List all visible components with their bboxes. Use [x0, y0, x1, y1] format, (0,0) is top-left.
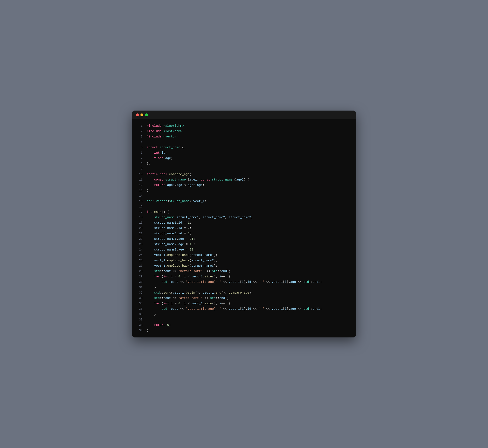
code-line: 20 struct_name2.id = 2; — [132, 226, 356, 231]
line-number: 3 — [136, 134, 143, 139]
code-line: 1 #include <algorithm> — [132, 123, 356, 129]
code-line: 16 — [132, 204, 356, 209]
code-line: 12 return age1.age < age2.age; — [132, 183, 356, 188]
code-content: const struct_name &age1, const struct_na… — [147, 177, 249, 182]
code-editor-window: 1 #include <algorithm> 2 #include <iostr… — [132, 111, 356, 337]
maximize-button[interactable] — [145, 113, 148, 116]
line-number: 39 — [136, 328, 143, 333]
line-number: 28 — [136, 269, 143, 273]
code-line: 3 #include <vector> — [132, 134, 356, 140]
code-content: struct_name3.id = 3; — [147, 231, 191, 236]
code-line: 35 std::cout << "vect_1.(id,age)= " << v… — [132, 306, 356, 312]
code-content: struct_name2.age = 18; — [147, 242, 195, 247]
line-number: 6 — [136, 151, 143, 155]
line-number: 26 — [136, 258, 143, 263]
line-number: 11 — [136, 177, 143, 182]
code-line: 2 #include <iostream> — [132, 129, 356, 134]
code-line: 6 int id; — [132, 150, 356, 156]
code-content: std::cout << "vect_1.(id,age)= " << vect… — [147, 280, 322, 285]
code-content: std::cout << "after sort!" << std::endl; — [147, 296, 229, 301]
line-number: 4 — [136, 140, 143, 144]
code-content — [147, 193, 148, 199]
code-content: for (int i = 0; i < vect_1.size(); i++) … — [147, 274, 230, 279]
code-content: std::sort(vect_1.begin(), vect_1.end(), … — [147, 290, 253, 296]
line-number: 32 — [136, 290, 143, 295]
code-line: 38 return 0; — [132, 322, 356, 328]
code-area[interactable]: 1 #include <algorithm> 2 #include <iostr… — [132, 119, 356, 337]
code-line: 18 struct_name struct_name1, struct_name… — [132, 215, 356, 220]
code-line: 29 for (int i = 0; i < vect_1.size(); i+… — [132, 274, 356, 280]
code-line: 5 struct struct_name { — [132, 145, 356, 150]
code-line: 9 — [132, 167, 356, 172]
code-content: float age; — [147, 156, 173, 161]
code-content: vect_1.emplace_back(struct_name1); — [147, 253, 218, 258]
line-number: 38 — [136, 323, 143, 327]
line-number: 17 — [136, 210, 143, 214]
code-line: 8 }; — [132, 161, 356, 167]
code-line: 39 } — [132, 328, 356, 333]
code-content: int main() { — [147, 210, 169, 215]
code-content: std::vector<struct_name> vect_1; — [147, 199, 206, 204]
code-content: struct_name struct_name1, struct_name2, … — [147, 215, 253, 220]
code-line: 13 } — [132, 188, 356, 193]
code-line: 11 const struct_name &age1, const struct… — [132, 177, 356, 183]
line-number: 10 — [136, 172, 143, 176]
code-content: #include <algorithm> — [147, 124, 184, 128]
code-line: 36 } — [132, 312, 356, 317]
line-number: 9 — [136, 167, 143, 171]
code-content: } — [147, 312, 156, 317]
code-content: #include <vector> — [147, 134, 178, 139]
line-number: 21 — [136, 231, 143, 236]
code-line: 21 struct_name3.id = 3; — [132, 231, 356, 236]
code-line: 24 struct_name3.age = 23; — [132, 247, 356, 253]
line-number: 20 — [136, 226, 143, 230]
code-content: static bool compare_age( — [147, 172, 191, 177]
code-content: std::cout << "vect_1.(id,age)= " << vect… — [147, 307, 322, 312]
code-content — [147, 204, 148, 209]
line-number: 23 — [136, 242, 143, 247]
code-line: 17 int main() { — [132, 209, 356, 215]
line-number: 37 — [136, 317, 143, 322]
line-number: 31 — [136, 285, 143, 290]
line-number: 30 — [136, 280, 143, 284]
minimize-button[interactable] — [140, 113, 143, 116]
line-number: 15 — [136, 199, 143, 203]
line-number: 22 — [136, 237, 143, 241]
line-number: 19 — [136, 220, 143, 225]
code-content: struct_name2.id = 2; — [147, 226, 191, 231]
line-number: 12 — [136, 183, 143, 187]
code-content: return age1.age < age2.age; — [147, 183, 204, 188]
line-number: 24 — [136, 247, 143, 252]
code-content: int id; — [147, 151, 167, 155]
code-line: 25 vect_1.emplace_back(struct_name1); — [132, 253, 356, 258]
line-number: 14 — [136, 193, 143, 198]
titlebar — [132, 111, 356, 119]
code-line: 14 — [132, 193, 356, 199]
line-number: 36 — [136, 312, 143, 317]
code-line: 33 std::cout << "after sort!" << std::en… — [132, 296, 356, 301]
code-line: 31 } — [132, 285, 356, 290]
code-line: 26 vect_1.emplace_back(struct_name2); — [132, 258, 356, 263]
code-line: 23 struct_name2.age = 18; — [132, 242, 356, 247]
line-number: 33 — [136, 296, 143, 300]
line-number: 18 — [136, 215, 143, 220]
code-line: 4 — [132, 140, 356, 145]
line-number: 8 — [136, 161, 143, 166]
code-content — [147, 140, 148, 145]
code-content: }; — [147, 161, 150, 166]
code-line: 30 std::cout << "vect_1.(id,age)= " << v… — [132, 280, 356, 285]
code-content — [147, 317, 148, 322]
line-number: 34 — [136, 301, 143, 306]
code-content: } — [147, 188, 148, 193]
close-button[interactable] — [136, 113, 139, 116]
code-line: 27 vect_1.emplace_back(struct_name3); — [132, 263, 356, 269]
code-content: for (int i = 0; i < vect_1.size(); i++) … — [147, 301, 230, 306]
line-number: 25 — [136, 253, 143, 257]
code-line: 19 struct_name1.id = 1; — [132, 220, 356, 226]
code-content: struct struct_name { — [147, 145, 184, 150]
code-content: #include <iostream> — [147, 129, 182, 134]
code-line: 37 — [132, 317, 356, 322]
line-number: 7 — [136, 156, 143, 160]
code-line: 34 for (int i = 0; i < vect_1.size(); i+… — [132, 301, 356, 306]
code-content: vect_1.emplace_back(struct_name3); — [147, 264, 218, 269]
